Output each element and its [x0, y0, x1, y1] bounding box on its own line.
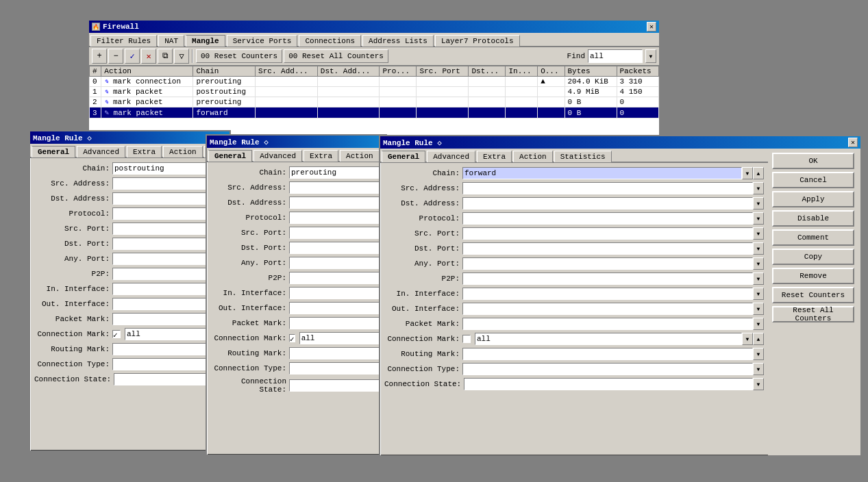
- tab-advanced-2[interactable]: Advanced: [253, 150, 302, 162]
- tab-extra-3[interactable]: Extra: [477, 151, 512, 162]
- packet-mark-input-2[interactable]: [289, 317, 389, 329]
- find-input[interactable]: [588, 49, 643, 63]
- tab-statistics-3[interactable]: Statistics: [554, 151, 612, 162]
- p2p-dropdown-3[interactable]: ▼: [753, 272, 764, 285]
- disable-button[interactable]: Disable: [772, 210, 854, 227]
- routing-mark-dropdown-3[interactable]: ▼: [753, 348, 764, 360]
- out-interface-input-3[interactable]: [462, 303, 753, 315]
- connection-state-input-2[interactable]: [289, 379, 389, 392]
- src-address-input-3[interactable]: [462, 182, 753, 194]
- connection-state-input-3[interactable]: [464, 378, 753, 390]
- table-row[interactable]: 3 ✎ mark packet forward 0 B 0: [90, 107, 659, 118]
- reset-all-counters-button[interactable]: Reset All Counters: [772, 306, 854, 322]
- connection-mark-checkbox-2[interactable]: ✓: [289, 334, 295, 342]
- dst-port-input-2[interactable]: [289, 242, 389, 254]
- tab-advanced-3[interactable]: Advanced: [427, 151, 475, 162]
- tab-action-3[interactable]: Action: [513, 151, 553, 162]
- dst-address-label-1: Dst. Address:: [34, 194, 110, 203]
- table-row[interactable]: 1 ✎ mark packet postrouting 4.9 MiB 4 15…: [90, 87, 659, 97]
- dst-address-row-2: Dst. Address:: [211, 196, 382, 209]
- protocol-dropdown-3[interactable]: ▼: [753, 212, 764, 225]
- filter-button[interactable]: ▽: [174, 49, 189, 64]
- remove-button[interactable]: Remove: [772, 268, 854, 284]
- connection-mark-input-3[interactable]: [475, 333, 742, 345]
- apply-button[interactable]: Apply: [772, 191, 854, 207]
- in-interface-input-2[interactable]: [289, 287, 389, 299]
- p2p-input-3[interactable]: [462, 272, 753, 285]
- reset-counters-toolbar-button[interactable]: 00 Reset Counters: [196, 49, 282, 63]
- in-interface-dropdown-3[interactable]: ▼: [753, 288, 764, 300]
- connection-type-input-2[interactable]: [289, 362, 389, 375]
- reset-all-counters-toolbar-button[interactable]: 00 Reset All Counters: [284, 49, 388, 63]
- src-port-dropdown-3[interactable]: ▼: [753, 227, 764, 240]
- protocol-input-2[interactable]: [289, 212, 389, 224]
- mangle-rule-3-close-button[interactable]: ✕: [848, 138, 858, 147]
- copy-rule-button[interactable]: ⧉: [158, 49, 173, 64]
- dst-address-input-3[interactable]: [462, 197, 753, 210]
- src-port-input-3[interactable]: [462, 227, 753, 240]
- connection-mark-checkbox-3[interactable]: [462, 335, 471, 343]
- connection-type-input-3[interactable]: [462, 363, 753, 375]
- table-row[interactable]: 2 ✎ mark packet prerouting 0 B 0: [90, 97, 659, 107]
- cell-in: [506, 97, 538, 107]
- any-port-dropdown-3[interactable]: ▼: [753, 257, 764, 270]
- connection-type-dropdown-3[interactable]: ▼: [753, 363, 764, 375]
- packet-mark-input-3[interactable]: [462, 318, 753, 330]
- dst-address-dropdown-3[interactable]: ▼: [753, 197, 764, 210]
- packet-mark-dropdown-3[interactable]: ▼: [753, 318, 764, 330]
- tab-layer7[interactable]: Layer7 Protocols: [435, 35, 520, 47]
- out-interface-dropdown-3[interactable]: ▼: [753, 303, 764, 315]
- dst-address-input-2[interactable]: [289, 196, 389, 209]
- remove-rule-button[interactable]: −: [108, 49, 123, 64]
- chain-input-3[interactable]: [462, 167, 742, 179]
- dst-port-dropdown-3[interactable]: ▼: [753, 242, 764, 255]
- tab-filter-rules[interactable]: Filter Rules: [90, 35, 157, 47]
- p2p-input-2[interactable]: [289, 272, 389, 284]
- tab-general-1[interactable]: General: [32, 146, 75, 157]
- tab-mangle[interactable]: Mangle: [186, 35, 225, 47]
- firewall-close-button[interactable]: ✕: [647, 22, 656, 31]
- cancel-button[interactable]: Cancel: [772, 172, 854, 188]
- disable-rule-button[interactable]: ✕: [141, 49, 156, 64]
- routing-mark-input-2[interactable]: [289, 347, 389, 359]
- connection-mark-dropdown-3[interactable]: ▼: [742, 333, 753, 345]
- any-port-input-2[interactable]: [289, 257, 389, 269]
- chain-dropdown-3[interactable]: ▼: [742, 167, 753, 179]
- tab-general-2[interactable]: General: [208, 150, 252, 162]
- enable-rule-button[interactable]: ✓: [125, 49, 140, 64]
- add-rule-button[interactable]: +: [92, 49, 107, 64]
- routing-mark-input-3[interactable]: [462, 348, 753, 360]
- tab-advanced-1[interactable]: Advanced: [77, 146, 125, 157]
- reset-counters-button[interactable]: Reset Counters: [772, 287, 854, 303]
- protocol-input-3[interactable]: [462, 212, 753, 225]
- copy-button[interactable]: Copy: [772, 249, 854, 265]
- chain-up-3[interactable]: ▲: [753, 167, 764, 179]
- ok-button[interactable]: OK: [772, 153, 854, 169]
- tab-service-ports[interactable]: Service Ports: [227, 35, 298, 47]
- connection-mark-checkbox-1[interactable]: ✓: [112, 330, 121, 338]
- connection-mark-up-3[interactable]: ▲: [753, 333, 764, 345]
- tab-nat[interactable]: NAT: [158, 35, 184, 47]
- src-port-input-2[interactable]: [289, 227, 389, 239]
- in-interface-input-3[interactable]: [462, 288, 753, 300]
- src-address-dropdown-3[interactable]: ▼: [753, 182, 764, 194]
- find-dropdown-arrow[interactable]: ▼: [645, 49, 656, 63]
- tab-action-2[interactable]: Action: [340, 150, 380, 162]
- comment-button[interactable]: Comment: [772, 229, 854, 246]
- src-address-input-2[interactable]: [289, 181, 389, 194]
- tab-extra-2[interactable]: Extra: [303, 150, 338, 162]
- tab-action-1[interactable]: Action: [163, 146, 203, 157]
- connection-state-dropdown-3[interactable]: ▼: [753, 378, 764, 390]
- in-interface-row-2: In. Interface:: [211, 287, 382, 299]
- out-interface-input-2[interactable]: [289, 302, 389, 314]
- tab-connections[interactable]: Connections: [299, 35, 361, 47]
- dst-port-input-3[interactable]: [462, 242, 753, 255]
- cell-chain: prerouting: [193, 77, 256, 87]
- chain-input-2[interactable]: [289, 166, 389, 179]
- any-port-input-3[interactable]: [462, 257, 753, 270]
- col-src-port: Src. Port: [417, 66, 469, 77]
- tab-general-3[interactable]: General: [382, 151, 425, 162]
- tab-extra-1[interactable]: Extra: [127, 146, 162, 157]
- tab-address-lists[interactable]: Address Lists: [362, 35, 434, 47]
- table-row[interactable]: 0 ✎ mark connection prerouting ▲ 204.0 K…: [90, 77, 659, 87]
